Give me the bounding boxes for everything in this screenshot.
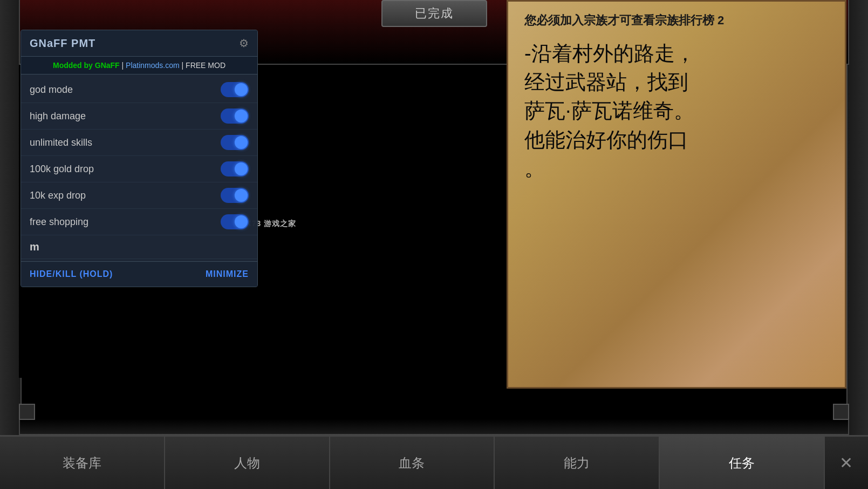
nav-item-quest[interactable]: 任务	[660, 437, 825, 489]
completed-button[interactable]: 已完成	[381, 0, 487, 27]
toggle-god-mode[interactable]: god mode	[21, 77, 257, 103]
pmt-header: GNaFF PMT ⚙	[21, 30, 257, 57]
toggle-unlimited-skills-label: unlimited skills	[30, 137, 92, 148]
toggle-10k-exp-drop-switch[interactable]	[221, 188, 249, 203]
quest-text: -沿着村外的路走，经过武器站，找到萨瓦·萨瓦诺维奇。他能治好你的伤口。	[524, 39, 829, 183]
toggle-free-shopping-label: free shopping	[30, 216, 88, 228]
separator: |	[122, 61, 126, 70]
gear-icon[interactable]: ⚙	[239, 37, 249, 50]
pmt-footer: HIDE/KILL (HOLD) MINIMIZE	[21, 261, 257, 287]
hide-kill-button[interactable]: HIDE/KILL (HOLD)	[30, 269, 113, 279]
bottom-frame-decoration	[19, 419, 849, 435]
modded-by-label: Modded by GNaFF	[53, 61, 120, 70]
clan-notice: 您必须加入宗族才可查看宗族排行榜 2	[524, 12, 829, 29]
toggle-free-shopping-switch[interactable]	[221, 214, 249, 229]
toggle-10k-exp-drop[interactable]: 10k exp drop	[21, 182, 257, 209]
nav-item-character[interactable]: 人物	[165, 437, 330, 489]
toggle-god-mode-switch[interactable]	[221, 82, 249, 97]
side-decoration-left	[0, 0, 22, 489]
corner-decoration-br	[833, 404, 849, 420]
toggle-100k-gold-drop[interactable]: 100k gold drop	[21, 156, 257, 182]
pmt-panel: GNaFF PMT ⚙ Modded by GNaFF | Platinmods…	[20, 30, 258, 287]
toggle-m-item: m	[21, 235, 257, 259]
side-decoration-right	[846, 0, 868, 489]
separator2: |	[182, 61, 186, 70]
nav-item-ability[interactable]: 能力	[495, 437, 660, 489]
toggle-free-shopping[interactable]: free shopping	[21, 209, 257, 235]
minimize-button[interactable]: MINIMIZE	[206, 269, 249, 279]
toggle-100k-gold-drop-switch[interactable]	[221, 161, 249, 176]
pmt-title: GNaFF PMT	[30, 37, 95, 50]
pmt-subtitle: Modded by GNaFF | Platinmods.com | FREE …	[21, 57, 257, 74]
toggle-100k-gold-drop-label: 100k gold drop	[30, 164, 94, 175]
nav-close-button[interactable]: ✕	[825, 437, 868, 489]
quest-panel: 您必须加入宗族才可查看宗族排行榜 2 -沿着村外的路走，经过武器站，找到萨瓦·萨…	[507, 0, 846, 389]
toggle-god-mode-label: god mode	[30, 84, 73, 96]
toggle-10k-exp-drop-label: 10k exp drop	[30, 190, 86, 201]
pmt-toggle-list: god mode high damage unlimited skills 10…	[21, 74, 257, 261]
free-mod-label: FREE MOD	[186, 61, 225, 70]
toggle-high-damage-switch[interactable]	[221, 108, 249, 124]
toggle-unlimited-skills[interactable]: unlimited skills	[21, 130, 257, 156]
corner-decoration-bl	[19, 404, 35, 420]
toggle-high-damage[interactable]: high damage	[21, 103, 257, 130]
toggle-unlimited-skills-switch[interactable]	[221, 135, 249, 150]
platinmods-label: Platinmods.com	[126, 61, 180, 70]
nav-item-equipment[interactable]: 装备库	[0, 437, 165, 489]
toggle-high-damage-label: high damage	[30, 111, 86, 122]
toggle-m-label: m	[30, 241, 39, 253]
nav-item-hp[interactable]: 血条	[330, 437, 495, 489]
bottom-navigation: 装备库 人物 血条 能力 任务 ✕	[0, 435, 868, 489]
